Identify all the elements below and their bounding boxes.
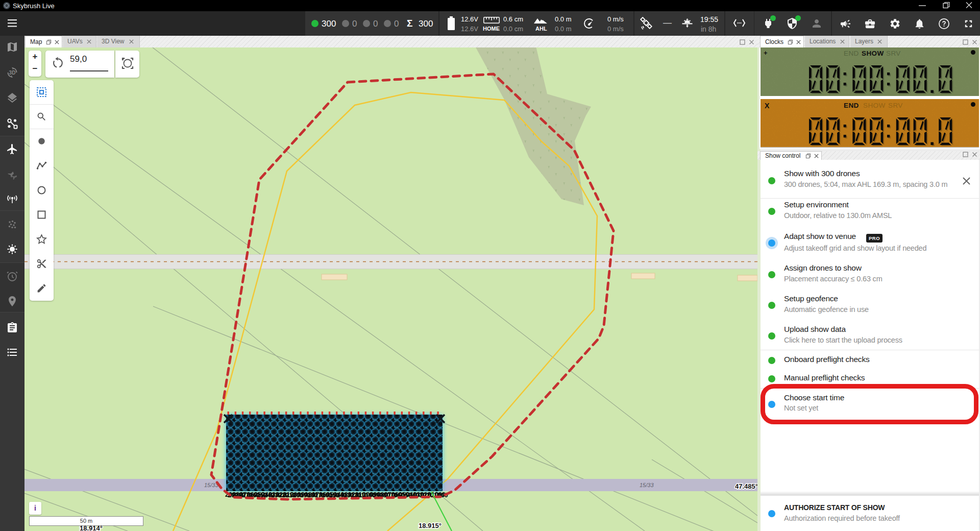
- svg-text:15/33: 15/33: [640, 482, 654, 488]
- svg-text:18.915°: 18.915°: [419, 522, 442, 529]
- svg-text:47.485°: 47.485°: [735, 482, 757, 490]
- svg-text:3D: 3D: [9, 70, 16, 76]
